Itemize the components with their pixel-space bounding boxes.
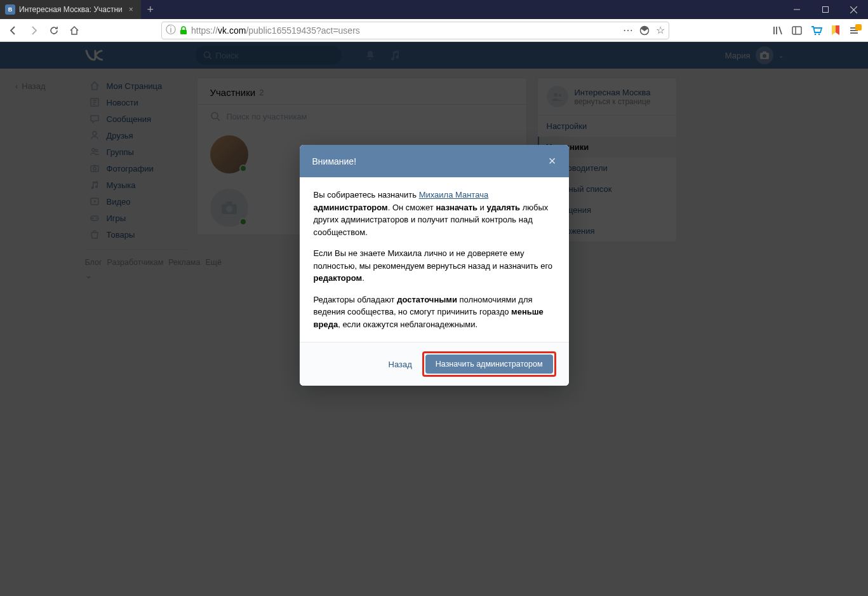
nav-back-button[interactable] xyxy=(4,21,23,40)
browser-toolbar: ⓘ https://vk.com/public165519435?act=use… xyxy=(0,19,868,42)
svg-rect-4 xyxy=(180,30,187,34)
svg-point-8 xyxy=(815,33,817,35)
window-maximize-button[interactable] xyxy=(811,0,839,19)
flag-icon[interactable] xyxy=(831,25,840,36)
url-text: https://vk.com/public165519435?act=users xyxy=(191,25,619,36)
warning-modal: Внимание! × Вы собираетесь назначить Мих… xyxy=(300,145,569,386)
modal-title: Внимание! xyxy=(312,156,357,166)
library-icon[interactable] xyxy=(773,25,783,36)
modal-paragraph-1: Вы собираетесь назначить Михаила Мантача… xyxy=(314,189,555,238)
confirm-admin-button[interactable]: Назначить администратором xyxy=(425,355,553,374)
browser-titlebar: B Интересная Москва: Участни × + xyxy=(0,0,868,19)
new-tab-button[interactable]: + xyxy=(141,0,160,19)
bookmark-star-icon[interactable]: ☆ xyxy=(656,24,665,36)
window-close-button[interactable] xyxy=(839,0,868,19)
lock-icon xyxy=(180,26,187,35)
vk-favicon-icon: B xyxy=(5,4,15,15)
modal-back-button[interactable]: Назад xyxy=(389,360,412,369)
cart-icon[interactable] xyxy=(811,25,822,36)
svg-rect-6 xyxy=(792,27,801,34)
menu-icon[interactable] xyxy=(849,25,859,36)
url-bar[interactable]: ⓘ https://vk.com/public165519435?act=use… xyxy=(161,22,669,39)
modal-paragraph-2: Если Вы не знаете Михаила лично и не дов… xyxy=(314,247,555,285)
pocket-icon[interactable] xyxy=(639,25,650,36)
user-link[interactable]: Михаила Мантача xyxy=(419,190,489,200)
svg-rect-1 xyxy=(822,7,828,13)
page-actions-icon[interactable]: ⋯ xyxy=(623,24,633,36)
modal-footer: Назад Назначить администратором xyxy=(300,342,569,386)
modal-close-icon[interactable]: × xyxy=(549,154,556,168)
svg-point-9 xyxy=(818,33,820,35)
tab-title: Интересная Москва: Участни xyxy=(19,5,123,14)
site-info-icon[interactable]: ⓘ xyxy=(166,24,176,37)
modal-header: Внимание! × xyxy=(300,145,569,177)
close-tab-icon[interactable]: × xyxy=(126,5,136,14)
modal-overlay[interactable]: Внимание! × Вы собираетесь назначить Мих… xyxy=(0,42,868,596)
modal-paragraph-3: Редакторы обладают достаточными полномоч… xyxy=(314,294,555,331)
sidebar-toggle-icon[interactable] xyxy=(792,25,802,36)
highlight-frame: Назначить администратором xyxy=(422,351,556,377)
nav-forward-button[interactable] xyxy=(24,21,43,40)
nav-home-button[interactable] xyxy=(65,21,84,40)
nav-reload-button[interactable] xyxy=(44,21,63,40)
window-minimize-button[interactable] xyxy=(782,0,811,19)
modal-body: Вы собираетесь назначить Михаила Мантача… xyxy=(300,177,569,342)
browser-tab[interactable]: B Интересная Москва: Участни × xyxy=(0,0,141,19)
